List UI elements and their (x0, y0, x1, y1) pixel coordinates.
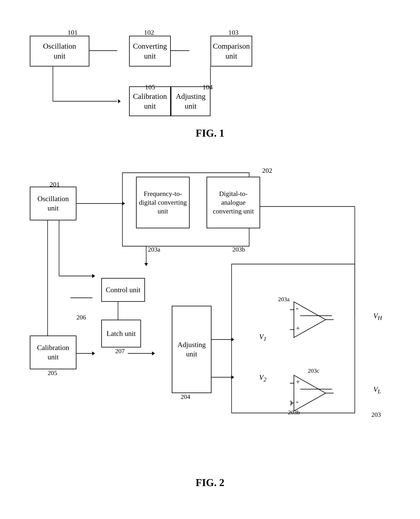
fig2-latch-ref: 207 (115, 348, 125, 355)
fig2-calibration-ref: 205 (48, 369, 57, 377)
svg-marker-9 (118, 99, 120, 103)
fig2-freq-digital-box: Frequency-to-digital converting unit (136, 177, 190, 228)
fig2-v1-label: V1 (259, 333, 267, 342)
fig2-dig-analogue-box: Digital-to-analogue converting unit (207, 177, 260, 228)
comparator-b-svg: + - (290, 373, 334, 413)
fig1-calibration-label: Calibration unit (133, 91, 167, 111)
fig2-adjusting-label: Adjusting unit (178, 340, 206, 359)
fig1-converting-ref: 102 (144, 29, 154, 36)
fig2-ref-206: 206 (76, 314, 86, 321)
fig2-vh-label: VH (373, 312, 382, 321)
fig2-vl-label: VL (373, 385, 381, 395)
fig1-adjusting-label: Adjusting unit (176, 91, 206, 111)
fig2-adjusting-box: Adjusting unit (172, 306, 211, 393)
fig2-oscillation-label: Oscillation unit (38, 194, 69, 213)
fig2-ref-202b: 203b (232, 246, 245, 253)
svg-marker-29 (231, 338, 234, 341)
fig2-ref-203c: 203c (308, 367, 319, 374)
fig2-comparator-203b: + - 203b (290, 373, 334, 414)
comparator-a-svg: - + (290, 300, 334, 340)
fig1-adjusting-ref: 104 (202, 83, 213, 91)
fig2-v2-label: V2 (259, 373, 267, 383)
fig1-svg (24, 16, 396, 139)
fig2-latch-box: Latch unit (101, 320, 141, 348)
svg-marker-41 (294, 302, 326, 338)
fig1-oscillation-box: Oscillation unit (30, 36, 89, 67)
svg-text:+: + (296, 378, 300, 386)
fig2-adjusting-ref: 204 (181, 393, 190, 400)
fig2-ref-203b-label: 203b (288, 409, 300, 416)
svg-marker-27 (152, 351, 155, 356)
fig1-comparison-box: Comparison unit (210, 36, 252, 67)
fig2-label: FIG. 2 (195, 477, 224, 488)
fig2-ref-202: 202 (262, 167, 272, 174)
fig2-control-box: Control unit (101, 278, 145, 302)
fig2-latch-label: Latch unit (107, 329, 136, 338)
svg-marker-25 (92, 351, 95, 356)
fig1-label: FIG. 1 (195, 127, 224, 139)
fig1-oscillation-label: Oscillation unit (43, 41, 76, 61)
fig1-converting-box: Converting unit (129, 36, 171, 67)
fig1-diagram: Oscillation unit 101 Converting unit 102… (24, 16, 396, 139)
fig2-comparator-203a: - + 203a (290, 300, 334, 340)
fig2-calibration-label: Calibration unit (37, 343, 69, 362)
fig2-oscillation-ref: 201 (50, 181, 60, 188)
fig1-comparison-label: Comparison unit (213, 41, 250, 61)
fig2-dig-analogue-label: Digital-to-analogue converting unit (207, 189, 260, 216)
fig1-oscillation-ref: 101 (68, 29, 78, 36)
fig2-caption: FIG. 2 (24, 477, 396, 489)
fig2-ref-202a: 203a (148, 246, 160, 253)
fig2-control-label: Control unit (106, 285, 140, 295)
fig1-comparison-ref: 103 (228, 29, 239, 36)
fig1-caption: FIG. 1 (24, 127, 396, 139)
svg-text:+: + (296, 324, 300, 332)
fig1-calibration-ref: 105 (145, 83, 155, 91)
fig2-comparison-ref: 203 (371, 411, 381, 418)
fig1-converting-label: Converting unit (133, 41, 167, 61)
svg-marker-38 (92, 274, 95, 278)
fig2-ref-203a-label: 203a (278, 296, 290, 303)
svg-marker-31 (231, 375, 234, 379)
fig2-freq-digital-label: Frequency-to-digital converting unit (137, 189, 189, 216)
svg-marker-17 (144, 263, 148, 266)
fig2-calibration-box: Calibration unit (30, 335, 76, 369)
page: Oscillation unit 101 Converting unit 102… (0, 0, 420, 519)
fig2-diagram: 202 Oscillation unit 201 Frequency-to-di… (24, 167, 396, 484)
svg-text:-: - (296, 397, 299, 406)
svg-marker-13 (122, 201, 125, 206)
fig2-oscillation-box: Oscillation unit (30, 187, 76, 220)
svg-text:-: - (296, 304, 299, 312)
